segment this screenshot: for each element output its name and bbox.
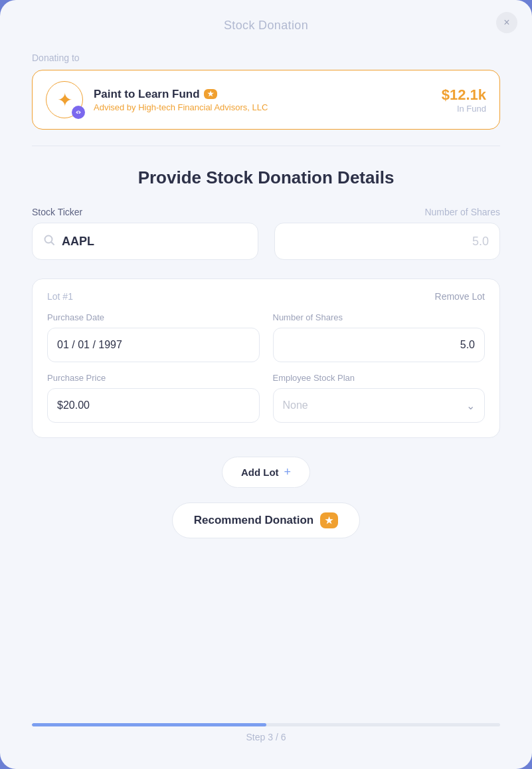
- plus-icon: +: [284, 465, 292, 479]
- fund-name: Paint to Learn Fund ★: [94, 88, 431, 101]
- recommend-donation-label: Recommend Donation: [194, 514, 313, 527]
- number-of-shares-input[interactable]: [286, 235, 489, 249]
- add-lot-label: Add Lot: [241, 467, 279, 478]
- close-icon: ×: [503, 17, 509, 29]
- lot-purchase-date-label: Purchase Date: [47, 312, 260, 322]
- lot-num-shares-input-wrap[interactable]: [273, 328, 486, 362]
- svg-point-2: [79, 112, 80, 114]
- fund-advisor: Advised by High-tech Financial Advisors,…: [94, 102, 431, 112]
- lot-employee-stock-field: Employee Stock Plan None ⌄: [273, 373, 486, 423]
- fund-amount: $12.1k In Fund: [442, 86, 486, 114]
- step-label: Step 3 / 6: [246, 732, 286, 742]
- lot-purchase-price-field: Purchase Price: [47, 373, 260, 423]
- svg-point-0: [75, 109, 82, 116]
- fund-badge-icon: ★: [207, 90, 214, 98]
- lot-employee-stock-label: Employee Stock Plan: [273, 373, 486, 383]
- star-icon: ✦: [57, 89, 72, 111]
- lot-card: Lot #1 Remove Lot Purchase Date Number o…: [32, 278, 500, 438]
- remove-lot-button[interactable]: Remove Lot: [435, 291, 485, 302]
- stock-ticker-label: Stock Ticker: [32, 207, 258, 217]
- recommend-donation-badge: ★: [320, 512, 338, 528]
- donating-to-label: Donating to: [32, 53, 80, 63]
- svg-point-1: [77, 112, 78, 114]
- search-icon: [43, 234, 55, 249]
- close-button[interactable]: ×: [496, 12, 517, 33]
- step-bar-fill: [32, 723, 266, 726]
- add-lot-button[interactable]: Add Lot +: [222, 457, 310, 488]
- stock-ticker-input[interactable]: [62, 235, 247, 249]
- fund-card[interactable]: ✦ Paint to Learn Fund ★ Advised by High-…: [32, 70, 500, 130]
- fund-info: Paint to Learn Fund ★ Advised by High-te…: [94, 88, 431, 112]
- recommend-donation-badge-icon: ★: [325, 515, 333, 526]
- lot-purchase-date-input-wrap[interactable]: [47, 328, 260, 362]
- lot-num-shares-field: Number of Shares: [273, 312, 486, 362]
- lot-number: Lot #1: [47, 291, 73, 302]
- lot-purchase-date-field: Purchase Date: [47, 312, 260, 362]
- lot-row-1: Purchase Date Number of Shares: [47, 312, 485, 362]
- lot-row-2: Purchase Price Employee Stock Plan None …: [47, 373, 485, 423]
- number-of-shares-input-wrap[interactable]: [274, 223, 501, 260]
- divider: [32, 146, 500, 146]
- stock-ticker-input-wrap[interactable]: [32, 223, 258, 260]
- lot-header: Lot #1 Remove Lot: [47, 291, 485, 302]
- fund-logo: ✦: [46, 81, 83, 118]
- fund-name-badge: ★: [204, 89, 217, 99]
- fund-amount-label: In Fund: [442, 104, 486, 114]
- step-bar-container: Step 3 / 6: [32, 699, 500, 742]
- lot-purchase-price-input[interactable]: [57, 399, 250, 411]
- lot-employee-stock-value: None: [283, 399, 308, 411]
- fund-badge: [72, 106, 85, 119]
- fund-amount-value: $12.1k: [442, 86, 486, 104]
- stock-ticker-group: Stock Ticker: [32, 207, 258, 260]
- recommend-donation-button[interactable]: Recommend Donation ★: [172, 502, 360, 538]
- number-of-shares-label: Number of Shares: [274, 207, 501, 217]
- chevron-down-icon: ⌄: [466, 399, 475, 412]
- number-of-shares-group: Number of Shares: [274, 207, 501, 260]
- lot-purchase-price-label: Purchase Price: [47, 373, 260, 383]
- lot-num-shares-input[interactable]: [283, 339, 476, 351]
- main-fields-row: Stock Ticker Number of Shares: [32, 207, 500, 260]
- lot-num-shares-label: Number of Shares: [273, 312, 486, 322]
- lot-employee-stock-select-wrap[interactable]: None ⌄: [273, 388, 486, 423]
- step-bar: [32, 723, 500, 726]
- modal-title: Stock Donation: [224, 19, 308, 33]
- lot-purchase-date-input[interactable]: [57, 339, 250, 351]
- section-title: Provide Stock Donation Details: [112, 167, 421, 188]
- lot-purchase-price-input-wrap[interactable]: [47, 388, 260, 423]
- svg-line-4: [52, 242, 54, 245]
- modal: × Stock Donation Donating to ✦ Paint to …: [0, 0, 532, 769]
- lot-employee-stock-select[interactable]: None ⌄: [283, 399, 476, 412]
